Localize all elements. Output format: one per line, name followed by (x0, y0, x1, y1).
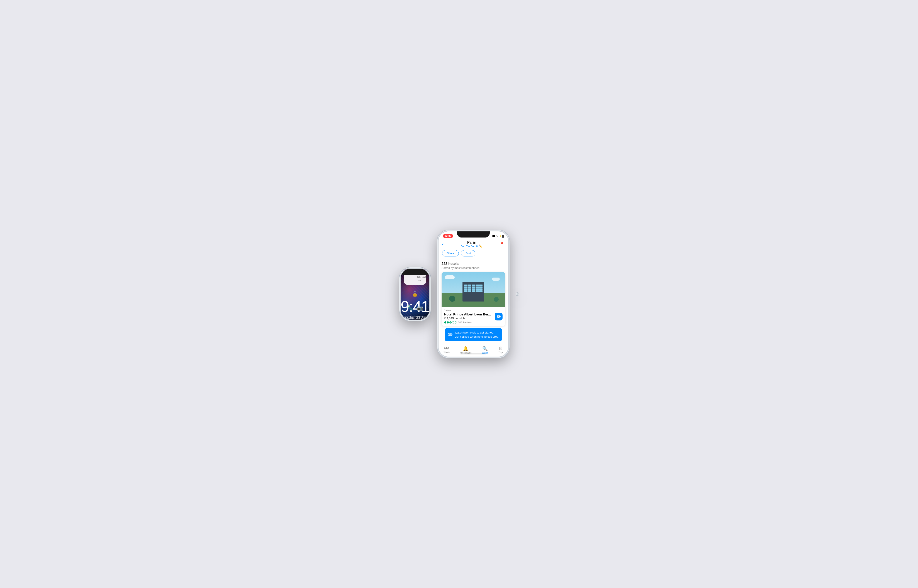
notch-2 (457, 231, 490, 237)
results-sort: Sorted by most recommended (441, 266, 505, 270)
trips-tab-icon: 🗓 (499, 346, 503, 351)
city-name: Paris (461, 241, 482, 244)
hotel-stars: 3 stars (444, 309, 503, 312)
phone-1: 9:41 ▮▮▮▮ ∿ ▓ 🔓 9:41 Tuesday, 23 June (399, 267, 431, 321)
tab-bar: Watch 🔔 Notifications 🔍 Search 🗓 Trips (438, 344, 508, 357)
wifi-icon-2: ∿ (496, 234, 498, 238)
search-nav: ‹ Paris Jun 7 – Jun 8 ✏️ 📍 (442, 241, 505, 248)
tripadvisor-logo (444, 321, 457, 323)
phone-2-screen: 12:07 ▮▮▮ ∿ ⚡▓ ‹ Paris Jun 7 – Ju (438, 231, 508, 356)
camera-icon[interactable]: 📷 (417, 305, 423, 311)
hotel-image (441, 272, 505, 307)
results-count: 222 hotels (441, 262, 505, 266)
search-screen: 12:07 ▮▮▮ ∿ ⚡▓ ‹ Paris Jun 7 – Ju (438, 231, 508, 356)
search-status-time: 12:07 (443, 234, 453, 238)
search-header: ‹ Paris Jun 7 – Jun 8 ✏️ 📍 Filters Sor (438, 239, 508, 259)
search-status-icons: ▮▮▮ ∿ ⚡▓ (491, 234, 504, 238)
sort-button[interactable]: Sort (461, 250, 475, 257)
hotel-card[interactable]: 3 stars Hotel Prince Albert Lyon Ber... … (441, 272, 505, 326)
watch-banner-icon (448, 332, 453, 337)
filters-button[interactable]: Filters (442, 250, 459, 257)
flashlight-icon[interactable]: 🔦 (407, 305, 413, 311)
phone-3: Brussels Cologne Frankfurt Belgium Luxem… (516, 293, 519, 296)
svg-point-3 (497, 316, 498, 317)
edit-icon[interactable]: ✏️ (478, 244, 482, 248)
filter-sort-row: Filters Sort (442, 250, 505, 257)
svg-point-12 (447, 347, 448, 348)
watch-banner-text: Watch two hotels to get started. Get not… (455, 331, 499, 339)
hotel-reviews: 203 Reviews (444, 321, 503, 324)
search-city: Paris Jun 7 – Jun 8 ✏️ (461, 241, 482, 248)
city-dates: Jun 7 – Jun 8 ✏️ (461, 244, 482, 248)
tab-search[interactable]: 🔍 Search (482, 346, 489, 354)
back-button[interactable]: ‹ (442, 241, 444, 247)
tab-watch[interactable]: Watch (444, 346, 449, 354)
notch-1 (401, 269, 429, 275)
watch-tab-icon (444, 346, 449, 351)
signal-icon-2: ▮▮▮ (491, 235, 495, 237)
svg-point-8 (451, 334, 451, 335)
svg-point-4 (499, 316, 500, 317)
phone-1-screen: 9:41 ▮▮▮▮ ∿ ▓ 🔓 9:41 Tuesday, 23 June (401, 269, 429, 320)
search-results: 222 hotels Sorted by most recommended (438, 259, 508, 344)
location-button[interactable]: 📍 (499, 242, 505, 247)
svg-point-7 (449, 334, 449, 335)
hotel-price: ₹ 8,385 per night (444, 317, 503, 320)
watch-hotel-button[interactable] (495, 313, 503, 320)
phone-2: 12:07 ▮▮▮ ∿ ⚡▓ ‹ Paris Jun 7 – Ju (437, 230, 510, 358)
watch-banner: Watch two hotels to get started. Get not… (444, 328, 502, 341)
review-count: 203 Reviews (458, 321, 472, 324)
home-indicator-2 (460, 354, 486, 354)
lock-icon: 🔓 (401, 291, 429, 297)
search-tab-icon: 🔍 (482, 346, 488, 351)
battery-icon-2: ⚡▓ (499, 235, 504, 237)
svg-point-11 (445, 347, 446, 348)
hotel-name: Hotel Prince Albert Lyon Ber... (444, 312, 503, 316)
phones-container: 9:41 ▮▮▮▮ ∿ ▓ 🔓 9:41 Tuesday, 23 June (399, 230, 519, 358)
hotel-info: 3 stars Hotel Prince Albert Lyon Ber... … (441, 307, 505, 326)
lockscreen-bottom: 🔦 📷 (401, 305, 429, 311)
notifications-tab-icon: 🔔 (463, 346, 469, 351)
lock-date: Tuesday, 23 June (401, 316, 429, 320)
tab-trips[interactable]: 🗓 Trips (498, 346, 503, 354)
watch-tab-label: Watch (444, 351, 449, 354)
tab-notifications[interactable]: 🔔 Notifications (460, 346, 472, 354)
home-indicator-1 (402, 317, 428, 317)
trips-tab-label: Trips (498, 351, 503, 354)
